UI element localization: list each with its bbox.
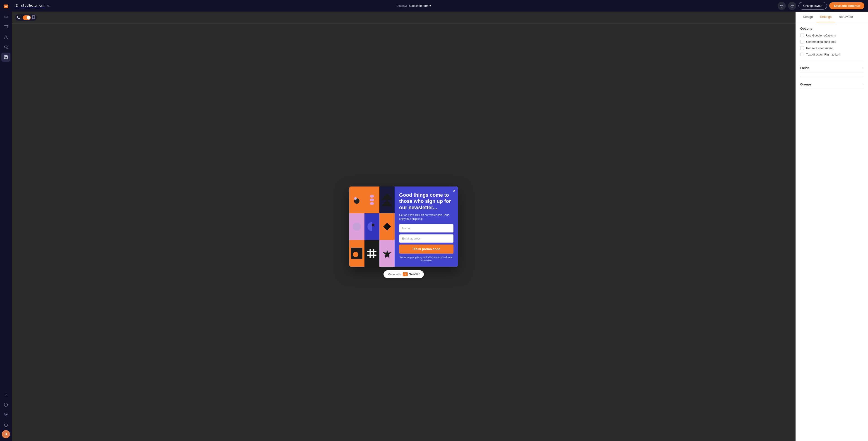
svg-marker-32 [382, 249, 392, 258]
made-with-badge: Made with Sender [349, 270, 458, 278]
canvas-content: × Good things come to those who sign up … [12, 24, 796, 441]
mosaic-cell-9 [379, 240, 395, 267]
svg-marker-22 [381, 200, 393, 206]
option-rtl: Text direction Right to Left [800, 53, 864, 56]
name-input[interactable] [399, 224, 454, 233]
svg-point-17 [354, 197, 357, 200]
sidebar-item-forms[interactable] [1, 53, 10, 62]
mosaic-cell-7 [349, 240, 365, 267]
popup-wrapper: × Good things come to those who sign up … [349, 186, 458, 278]
right-panel: Design Settings Behaviour Options Use Go… [796, 12, 868, 441]
topbar-center: Display: Subscribe form ▾ [53, 4, 775, 7]
svg-point-23 [353, 223, 361, 231]
option-confirmation: Confirmation checkbox [800, 40, 864, 43]
sender-brand: Sender [409, 272, 420, 276]
display-select[interactable]: Subscribe form ▾ [409, 4, 431, 7]
popup-right: × Good things come to those who sign up … [395, 186, 458, 267]
mosaic-cell-3 [379, 186, 395, 213]
sidebar-item-contacts[interactable] [1, 33, 10, 42]
mosaic-cell-4 [349, 213, 365, 240]
popup-form: × Good things come to those who sign up … [349, 186, 458, 267]
sender-icon [403, 272, 408, 276]
fields-title: Fields [800, 66, 809, 70]
toggle-switch[interactable] [23, 16, 31, 20]
options-title: Options [800, 27, 864, 30]
svg-point-11 [6, 404, 6, 404]
sidebar-item-groups[interactable] [1, 42, 10, 52]
svg-point-19 [370, 199, 374, 201]
canvas-toolbar [12, 12, 796, 24]
divider-2 [800, 76, 864, 77]
svg-rect-25 [383, 223, 391, 231]
desktop-icon[interactable] [17, 16, 21, 20]
mosaic-cell-8 [365, 240, 380, 267]
sidebar-item-info[interactable] [1, 400, 10, 409]
label-confirmation: Confirmation checkbox [806, 40, 836, 43]
svg-marker-21 [381, 194, 393, 200]
avatar[interactable]: U [2, 430, 10, 438]
mosaic-cell-2 [365, 186, 380, 213]
edit-title-icon[interactable]: ✎ [47, 4, 50, 8]
option-recaptcha: Use Google reCaptcha [800, 33, 864, 37]
save-continue-button[interactable]: Save and continue [829, 2, 864, 9]
fields-chevron[interactable]: › [862, 66, 864, 70]
sidebar-item-campaigns[interactable]: ✉ [1, 13, 10, 22]
change-layout-button[interactable]: Change layout [799, 2, 827, 9]
checkbox-confirmation[interactable] [800, 40, 804, 43]
main-area: Email collector form ✎ Display: Subscrib… [12, 0, 868, 441]
sidebar-item-messages[interactable] [1, 23, 10, 32]
mobile-icon[interactable] [32, 15, 35, 20]
checkbox-rtl[interactable] [800, 53, 804, 56]
label-redirect: Redirect after submit [806, 47, 833, 50]
sidebar-item-power[interactable] [1, 420, 10, 429]
sidebar-item-settings[interactable] [1, 410, 10, 419]
checkbox-redirect[interactable] [800, 46, 804, 50]
popup-subtext: Get an extra 10% off our winter sale. Pl… [399, 213, 454, 221]
popup-mosaic [349, 186, 395, 267]
tab-behaviour[interactable]: Behaviour [835, 12, 857, 22]
svg-rect-13 [18, 16, 21, 18]
sidebar-logo [2, 3, 9, 10]
page-title: Email collector form [16, 3, 45, 8]
checkbox-recaptcha[interactable] [800, 33, 804, 37]
sidebar-item-import[interactable] [1, 390, 10, 399]
svg-point-15 [33, 18, 34, 19]
topbar: Email collector form ✎ Display: Subscrib… [12, 0, 868, 12]
email-input[interactable] [399, 234, 454, 243]
tab-settings[interactable]: Settings [816, 12, 835, 22]
redo-button[interactable] [788, 2, 796, 10]
popup-headline: Good things come to those who sign up fo… [399, 192, 454, 211]
panel-tabs: Design Settings Behaviour [796, 12, 868, 22]
svg-point-3 [4, 46, 6, 47]
sender-logo: Sender [403, 272, 420, 276]
mosaic-cell-1 [349, 186, 365, 213]
panel-body: Options Use Google reCaptcha Confirmatio… [796, 22, 868, 441]
made-with-text: Made with [388, 273, 401, 276]
popup-privacy-text: We value your privacy and will never sen… [399, 256, 454, 262]
sidebar: ✉ U [0, 0, 12, 441]
groups-chevron[interactable]: › [862, 82, 864, 86]
made-with-pill[interactable]: Made with Sender [383, 270, 424, 278]
topbar-actions: Change layout Save and continue [778, 2, 864, 10]
label-recaptcha: Use Google reCaptcha [806, 34, 836, 37]
svg-point-12 [5, 414, 6, 415]
mosaic-cell-5 [365, 213, 380, 240]
fields-section: Fields › [800, 64, 864, 72]
toggle-knob [27, 16, 30, 20]
topbar-title-area: Email collector form ✎ [16, 3, 50, 8]
canvas-wrapper: × Good things come to those who sign up … [12, 12, 796, 441]
tab-design[interactable]: Design [799, 12, 816, 22]
display-label: Display: [396, 4, 407, 7]
divider-1 [800, 60, 864, 60]
groups-section: Groups › [800, 80, 864, 89]
chevron-down-icon: ▾ [430, 4, 431, 7]
claim-promo-button[interactable]: Claim promo code [399, 244, 454, 254]
svg-point-27 [353, 252, 358, 257]
groups-title: Groups [800, 83, 812, 86]
svg-point-24 [372, 224, 374, 226]
undo-button[interactable] [778, 2, 786, 10]
popup-close-button[interactable]: × [453, 189, 455, 193]
svg-point-20 [370, 202, 374, 205]
svg-point-18 [370, 195, 374, 198]
option-redirect: Redirect after submit [800, 46, 864, 50]
